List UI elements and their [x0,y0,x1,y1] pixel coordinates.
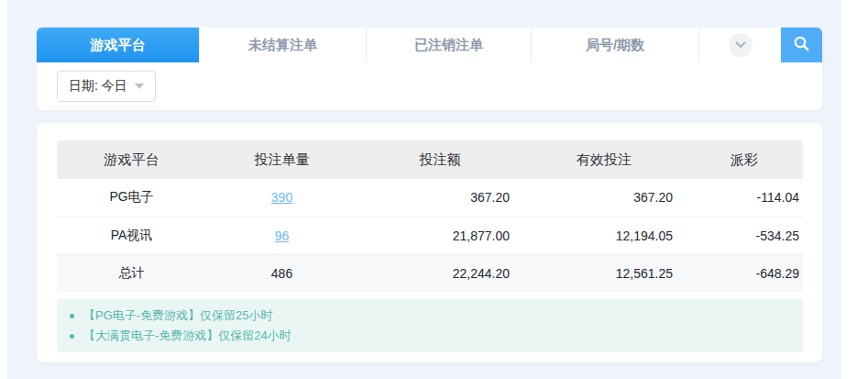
note-line: 【大满贯电子-免费游戏】仅保留24小时 [70,326,803,346]
date-filter-label: 日期: 今日 [69,78,127,95]
bullet-dot-icon [70,334,74,339]
valid-bet-value: 367.20 [522,179,686,217]
column-header-valid-bet: 有效投注 [522,140,686,179]
bet-count-link[interactable]: 390 [271,190,292,205]
tab-label: 游戏平台 [91,37,146,54]
search-button[interactable] [781,28,822,62]
note-line: 【PG电子-免费游戏】仅保留25小时 [70,306,803,326]
main-content: 游戏平台 未结算注单 已注销注单 局号/期数 [37,28,822,362]
platform-report-table: 游戏平台 投注单量 投注额 有效投注 派彩 PG电子 390 367.20 36… [57,140,803,292]
table-header-row: 游戏平台 投注单量 投注额 有效投注 派彩 [57,140,803,179]
column-header-platform: 游戏平台 [57,140,206,179]
total-valid-bet: 12,561.25 [522,254,686,292]
column-header-bet-amount: 投注额 [357,140,522,179]
valid-bet-value: 12,194.05 [522,217,686,254]
search-icon [793,35,810,56]
payout-value: -114.04 [686,179,803,217]
platform-name: PA视讯 [57,217,206,254]
report-card: 游戏平台 投注单量 投注额 有效投注 派彩 PG电子 390 367.20 36… [37,123,822,362]
tab-unsettled-bets[interactable]: 未结算注单 [199,28,366,62]
more-tabs-button[interactable] [698,28,781,62]
caret-down-icon [135,84,144,89]
tab-game-platform[interactable]: 游戏平台 [37,28,199,62]
tab-bar: 游戏平台 未结算注单 已注销注单 局号/期数 [37,28,822,62]
note-text: 【大满贯电子-免费游戏】仅保留24小时 [83,328,291,344]
total-payout: -648.29 [686,254,803,292]
table-total-row: 总计 486 22,244.20 12,561.25 -648.29 [57,254,803,292]
payout-value: -534.25 [686,217,803,254]
total-label: 总计 [57,254,206,292]
chevron-down-icon [729,33,753,57]
bet-amount-value: 21,877.00 [357,217,522,254]
retention-notes: 【PG电子-免费游戏】仅保留25小时 【大满贯电子-免费游戏】仅保留24小时 [57,299,803,352]
tab-cancelled-bets[interactable]: 已注销注单 [366,28,531,62]
tab-label: 未结算注单 [248,37,317,54]
total-bet-amount: 22,244.20 [357,254,522,292]
bet-amount-value: 367.20 [357,179,522,217]
tab-round-period[interactable]: 局号/期数 [531,28,698,62]
tab-label: 已注销注单 [414,37,483,54]
column-header-payout: 派彩 [686,140,803,179]
platform-name: PG电子 [57,179,206,217]
note-text: 【PG电子-免费游戏】仅保留25小时 [83,307,273,324]
table-row: PA视讯 96 21,877.00 12,194.05 -534.25 [57,217,803,254]
table-row: PG电子 390 367.20 367.20 -114.04 [57,179,803,217]
tab-label: 局号/期数 [586,37,644,54]
total-bet-count: 486 [206,254,357,292]
bullet-dot-icon [70,314,74,318]
app-background: 游戏平台 未结算注单 已注销注单 局号/期数 [7,0,841,379]
filter-bar: 日期: 今日 [37,62,822,110]
bet-count-link[interactable]: 96 [275,229,290,243]
column-header-bet-count: 投注单量 [206,140,357,179]
top-panel: 游戏平台 未结算注单 已注销注单 局号/期数 [37,28,822,110]
date-filter-button[interactable]: 日期: 今日 [57,71,156,102]
